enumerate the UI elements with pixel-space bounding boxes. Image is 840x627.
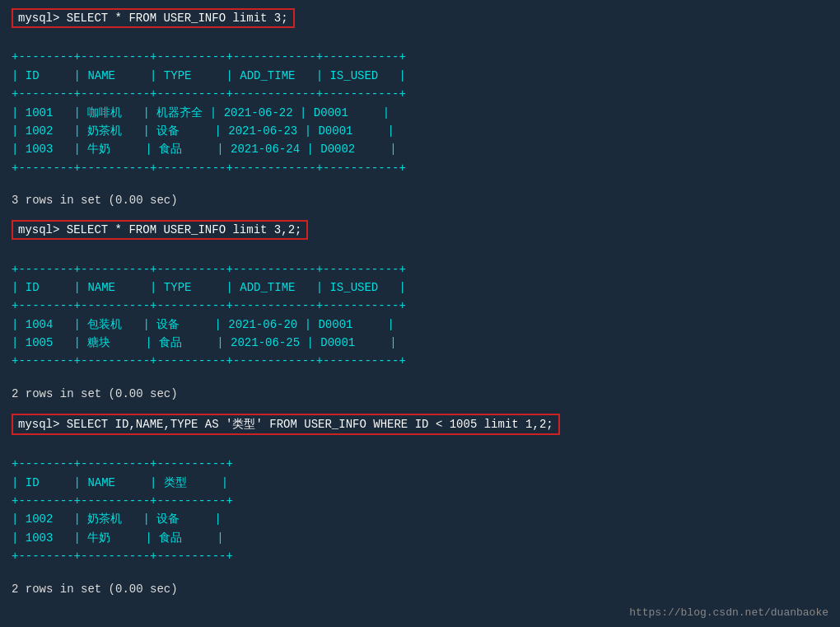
command-line-2: mysql> SELECT * FROM USER_INFO limit 3,2…: [12, 220, 308, 240]
command-line-3: mysql> SELECT ID,NAME,TYPE AS '类型' FROM …: [12, 414, 560, 435]
result-line-2: 2 rows in set (0.00 sec): [12, 374, 828, 400]
terminal-block-3: mysql> SELECT ID,NAME,TYPE AS '类型' FROM …: [12, 414, 828, 596]
terminal-block-1: mysql> SELECT * FROM USER_INFO limit 3; …: [12, 8, 828, 207]
table-output-3: +--------+----------+----------+ | ID | …: [12, 437, 828, 566]
table-output-1: +--------+----------+----------+--------…: [12, 30, 828, 177]
terminal-container: mysql> SELECT * FROM USER_INFO limit 3; …: [12, 8, 828, 596]
table-output-2: +--------+----------+----------+--------…: [12, 241, 828, 371]
watermark: https://blog.csdn.net/duanbaoke: [629, 606, 828, 619]
command-line-1: mysql> SELECT * FROM USER_INFO limit 3;: [12, 8, 295, 28]
result-line-3: 2 rows in set (0.00 sec): [12, 569, 828, 596]
terminal-block-2: mysql> SELECT * FROM USER_INFO limit 3,2…: [12, 220, 828, 400]
result-line-1: 3 rows in set (0.00 sec): [12, 180, 828, 207]
